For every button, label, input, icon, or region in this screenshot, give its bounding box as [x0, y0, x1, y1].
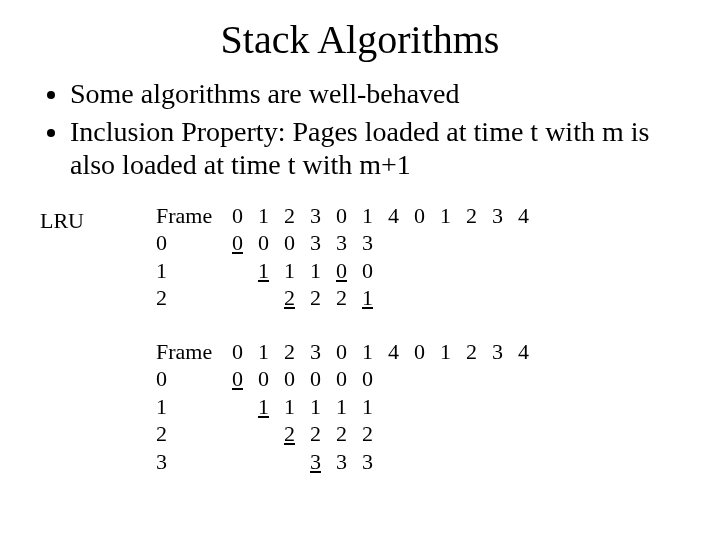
frame-header: Frame: [150, 202, 226, 230]
cell: [226, 393, 252, 421]
frame-row-label: 0: [150, 365, 226, 393]
cell: 1: [278, 393, 304, 421]
ref-cell: 0: [330, 338, 356, 366]
frame-row-label: 2: [150, 284, 226, 312]
table-row: 1 1 1 1 1 1: [150, 393, 538, 421]
ref-cell: 3: [304, 202, 330, 230]
cell: [252, 448, 278, 476]
ref-cell: 0: [408, 202, 434, 230]
cell-value: 3: [310, 230, 321, 255]
ref-cell: 1: [252, 202, 278, 230]
content-row: LRU Frame 0 1 2 3 0 1 4 0 1 2 3 4: [40, 202, 680, 476]
cell-value: 0: [232, 366, 243, 391]
cell: [226, 284, 252, 312]
ref-cell: 0: [226, 202, 252, 230]
ref-cell: 2: [460, 202, 486, 230]
cell: 3: [330, 229, 356, 257]
ref-cell: 1: [356, 202, 382, 230]
ref-cell: 4: [382, 202, 408, 230]
frame-row-label: 3: [150, 448, 226, 476]
ref-cell: 0: [226, 338, 252, 366]
slide: Stack Algorithms Some algorithms are wel…: [0, 0, 720, 540]
cell: [252, 420, 278, 448]
cell-value: 2: [284, 285, 295, 310]
cell: 1: [330, 393, 356, 421]
cell: 2: [356, 420, 382, 448]
cell: 0: [226, 229, 252, 257]
frame-row-label: 1: [150, 257, 226, 285]
cell-value: 2: [284, 421, 295, 446]
cell-value: 1: [284, 394, 295, 419]
slide-title: Stack Algorithms: [40, 16, 680, 63]
cell: 3: [356, 448, 382, 476]
frame-table-4: Frame 0 1 2 3 0 1 4 0 1 2 3 4 0 0: [150, 338, 538, 476]
table-row: 2 2 2 2 2: [150, 420, 538, 448]
ref-cell: 3: [486, 202, 512, 230]
cell: 1: [304, 393, 330, 421]
cell-value: 2: [310, 285, 321, 310]
cell: [278, 448, 304, 476]
cell: 0: [278, 365, 304, 393]
cell: 0: [226, 365, 252, 393]
bullet-list: Some algorithms are well-behaved Inclusi…: [70, 77, 680, 182]
table-row: 2 2 2 2 1: [150, 284, 538, 312]
cell-value: 3: [310, 449, 321, 474]
frame-row-label: 2: [150, 420, 226, 448]
cell-value: 1: [258, 258, 269, 283]
ref-cell: 4: [512, 202, 538, 230]
ref-cell: 4: [382, 338, 408, 366]
cell: 0: [304, 365, 330, 393]
cell-value: 1: [362, 285, 373, 310]
ref-cell: 2: [460, 338, 486, 366]
cell: 2: [330, 284, 356, 312]
cell-value: 2: [310, 421, 321, 446]
cell-value: 0: [310, 366, 321, 391]
cell: 2: [278, 284, 304, 312]
cell: 3: [330, 448, 356, 476]
cell-value: 1: [310, 258, 321, 283]
table-row: 0 0 0 0 3 3 3: [150, 229, 538, 257]
cell-value: 0: [258, 230, 269, 255]
cell-value: 0: [362, 366, 373, 391]
bullet-item: Some algorithms are well-behaved: [70, 77, 680, 111]
cell: 0: [278, 229, 304, 257]
cell-value: 0: [362, 258, 373, 283]
frame-row-label: 1: [150, 393, 226, 421]
cell: [226, 257, 252, 285]
table-row: 1 1 1 1 0 0: [150, 257, 538, 285]
cell-value: 3: [336, 449, 347, 474]
cell: 2: [304, 420, 330, 448]
ref-cell: 0: [408, 338, 434, 366]
cell: 1: [304, 257, 330, 285]
cell-value: 2: [336, 421, 347, 446]
frame-header: Frame: [150, 338, 226, 366]
cell-value: 3: [362, 449, 373, 474]
cell: 1: [252, 257, 278, 285]
ref-cell: 4: [512, 338, 538, 366]
cell-value: 1: [362, 394, 373, 419]
cell-value: 1: [284, 258, 295, 283]
lru-label: LRU: [40, 208, 150, 234]
cell-value: 3: [362, 230, 373, 255]
cell: 3: [304, 229, 330, 257]
ref-cell: 3: [486, 338, 512, 366]
table-row: 3 3 3 3: [150, 448, 538, 476]
cell-value: 2: [362, 421, 373, 446]
cell-value: 0: [232, 230, 243, 255]
cell: [226, 420, 252, 448]
cell: 1: [278, 257, 304, 285]
tables-container: Frame 0 1 2 3 0 1 4 0 1 2 3 4 0 0: [150, 202, 538, 476]
cell: 2: [330, 420, 356, 448]
cell: 1: [252, 393, 278, 421]
table-row: 0 0 0 0 0 0 0: [150, 365, 538, 393]
table-row: Frame 0 1 2 3 0 1 4 0 1 2 3 4: [150, 338, 538, 366]
ref-cell: 3: [304, 338, 330, 366]
ref-cell: 0: [330, 202, 356, 230]
cell-value: 2: [336, 285, 347, 310]
cell-value: 0: [284, 230, 295, 255]
ref-cell: 1: [252, 338, 278, 366]
cell: 2: [304, 284, 330, 312]
cell: 0: [330, 257, 356, 285]
ref-cell: 1: [434, 202, 460, 230]
cell: 1: [356, 393, 382, 421]
